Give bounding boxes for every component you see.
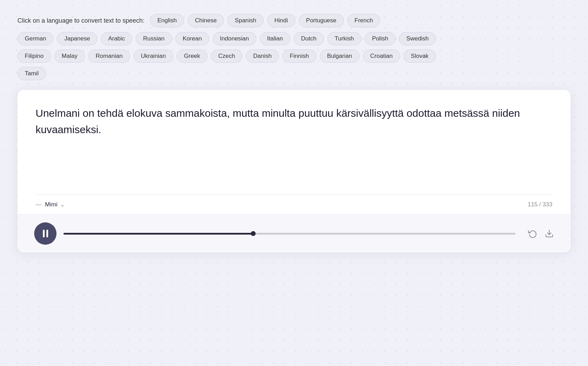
voice-dash: — — [36, 201, 42, 208]
lang-chip-english[interactable]: English — [150, 14, 184, 27]
lang-chip-french[interactable]: French — [347, 14, 380, 27]
lang-chip-swedish[interactable]: Swedish — [399, 32, 436, 45]
instruction-row: Click on a language to convert text to s… — [17, 14, 571, 27]
lang-chip-romanian[interactable]: Romanian — [88, 49, 130, 63]
language-row-4: Tamil — [17, 67, 571, 80]
pause-icon — [43, 230, 48, 237]
lang-chip-russian[interactable]: Russian — [136, 32, 172, 45]
lang-chip-german[interactable]: German — [17, 32, 53, 45]
lang-chip-arabic[interactable]: Arabic — [101, 32, 132, 45]
lang-chip-slovak[interactable]: Slovak — [404, 49, 436, 63]
language-row-2: GermanJapaneseArabicRussianKoreanIndones… — [17, 32, 571, 45]
chevron-down-icon: ⌄ — [60, 202, 65, 207]
voice-bar: — Mimi ⌄ 115 / 333 — [17, 195, 571, 214]
lang-chip-japanese[interactable]: Japanese — [57, 32, 97, 45]
language-row-3: FilipinoMalayRomanianUkrainianGreekCzech… — [17, 49, 571, 63]
lang-chip-bulgarian[interactable]: Bulgarian — [320, 49, 360, 63]
player-right-icons — [528, 229, 554, 238]
pause-bar-right — [46, 230, 48, 237]
text-area: Unelmani on tehdä elokuva sammakoista, m… — [17, 90, 571, 195]
lang-chip-filipino[interactable]: Filipino — [17, 49, 51, 63]
counter: 115 / 333 — [528, 201, 552, 208]
lang-chip-ukrainian[interactable]: Ukrainian — [134, 49, 173, 63]
progress-track[interactable] — [63, 233, 515, 235]
lang-chip-chinese[interactable]: Chinese — [188, 14, 224, 27]
lang-chip-dutch[interactable]: Dutch — [294, 32, 324, 45]
download-icon — [545, 229, 554, 238]
lang-chip-italian[interactable]: Italian — [260, 32, 290, 45]
lang-chip-spanish[interactable]: Spanish — [227, 14, 263, 27]
pause-bar-left — [43, 230, 45, 237]
pause-button[interactable] — [34, 222, 56, 245]
lang-chip-danish[interactable]: Danish — [246, 49, 279, 63]
voice-name: Mimi — [45, 201, 58, 208]
lang-chip-malay[interactable]: Malay — [54, 49, 85, 63]
lang-chip-portuguese[interactable]: Portuguese — [299, 14, 344, 27]
player-bar — [17, 214, 571, 252]
lang-chip-tamil[interactable]: Tamil — [17, 67, 46, 80]
progress-thumb — [251, 231, 256, 236]
lang-chip-hindi[interactable]: Hindi — [267, 14, 295, 27]
text-content: Unelmani on tehdä elokuva sammakoista, m… — [36, 105, 552, 138]
lang-chip-czech[interactable]: Czech — [211, 49, 242, 63]
lang-chip-finnish[interactable]: Finnish — [282, 49, 316, 63]
replay-button[interactable] — [528, 229, 537, 238]
replay-icon — [528, 229, 537, 238]
lang-chip-turkish[interactable]: Turkish — [327, 32, 361, 45]
lang-chip-croatian[interactable]: Croatian — [363, 49, 400, 63]
download-button[interactable] — [545, 229, 554, 238]
lang-chip-polish[interactable]: Polish — [365, 32, 395, 45]
lang-chip-indonesian[interactable]: Indonesian — [213, 32, 256, 45]
lang-chip-greek[interactable]: Greek — [177, 49, 208, 63]
voice-selector[interactable]: — Mimi ⌄ — [36, 201, 65, 208]
progress-fill — [63, 233, 253, 235]
lang-chip-korean[interactable]: Korean — [175, 32, 209, 45]
instruction-label: Click on a language to convert text to s… — [17, 17, 144, 24]
main-card: Unelmani on tehdä elokuva sammakoista, m… — [17, 90, 571, 252]
